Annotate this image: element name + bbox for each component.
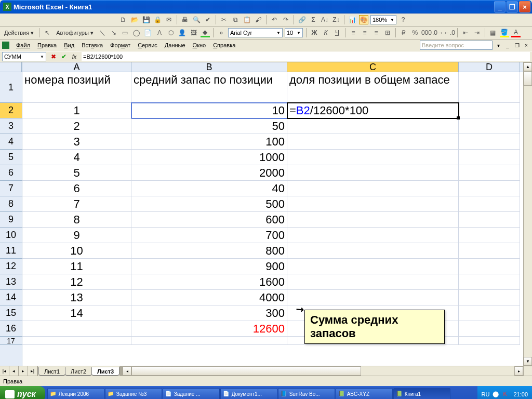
cell[interactable]: [459, 337, 520, 345]
cell[interactable]: 2000: [131, 165, 287, 181]
merge-icon[interactable]: ⊞: [383, 28, 392, 37]
chart-icon[interactable]: 📊: [348, 15, 357, 24]
cell[interactable]: 50: [131, 118, 287, 134]
wordart-icon[interactable]: A: [155, 28, 164, 37]
doc-close-button[interactable]: ×: [523, 42, 530, 49]
inc-decimal-icon[interactable]: .0→: [433, 28, 443, 37]
permission-icon[interactable]: 🔒: [153, 15, 162, 24]
cell[interactable]: 8: [22, 212, 131, 228]
font-combo[interactable]: Arial Cyr▼: [228, 28, 283, 37]
menu-format[interactable]: Формат: [107, 41, 134, 50]
cell[interactable]: 10: [131, 103, 287, 118]
maximize-button[interactable]: ❐: [507, 1, 518, 12]
taskbar-item[interactable]: 📄Документ1...: [220, 388, 277, 399]
diagram-icon[interactable]: ⬡: [166, 28, 176, 37]
start-button[interactable]: пуск: [0, 386, 45, 399]
taskbar-item[interactable]: 📁Лекции 2006: [47, 388, 104, 399]
clock[interactable]: 21:00: [513, 391, 528, 397]
row-header[interactable]: 6: [0, 165, 22, 181]
cell[interactable]: 1: [22, 103, 131, 118]
rect-icon[interactable]: ▭: [121, 28, 130, 37]
cell[interactable]: [287, 212, 459, 228]
cell[interactable]: 2: [22, 118, 131, 134]
cell[interactable]: 800: [131, 243, 287, 259]
picture-icon[interactable]: 🖼: [189, 28, 198, 37]
cell[interactable]: 500: [131, 196, 287, 212]
fontcolor-icon[interactable]: A: [511, 28, 521, 37]
question-box[interactable]: Введите вопрос: [420, 41, 493, 50]
menu-view[interactable]: Вид: [60, 41, 78, 50]
print-icon[interactable]: 🖶: [180, 15, 190, 24]
autoshapes-menu[interactable]: Автофигуры ▾: [54, 29, 96, 37]
new-icon[interactable]: 🗋: [118, 15, 128, 24]
row-header[interactable]: 8: [0, 196, 22, 212]
zoom-combo[interactable]: 180%▼: [370, 15, 396, 24]
row-header[interactable]: 4: [0, 134, 22, 150]
close-button[interactable]: ×: [519, 1, 530, 12]
cell[interactable]: 4: [22, 150, 131, 165]
cell[interactable]: [287, 259, 459, 274]
row-header[interactable]: 13: [0, 274, 22, 290]
bold-icon[interactable]: Ж: [310, 28, 319, 37]
cell[interactable]: 5: [22, 165, 131, 181]
clipart-icon[interactable]: 👤: [178, 28, 187, 37]
row-header[interactable]: 9: [0, 212, 22, 228]
line-icon[interactable]: ＼: [98, 28, 107, 37]
cell[interactable]: 4000: [131, 290, 287, 305]
vertical-scrollbar[interactable]: ▲ ▼: [523, 62, 532, 366]
cell[interactable]: [287, 165, 459, 181]
scroll-right-button[interactable]: ▸: [514, 366, 523, 376]
dec-decimal-icon[interactable]: ←.0: [445, 28, 454, 37]
help-icon[interactable]: ?: [398, 15, 408, 24]
doc-maximize-button[interactable]: ❐: [513, 42, 521, 49]
cell[interactable]: [287, 181, 459, 196]
taskbar-item[interactable]: 📗Книга1: [393, 388, 450, 399]
menu-data[interactable]: Данные: [161, 41, 189, 50]
row-header[interactable]: 11: [0, 243, 22, 259]
cell[interactable]: [287, 228, 459, 243]
cell[interactable]: 700: [131, 228, 287, 243]
row-header[interactable]: 16: [0, 321, 22, 337]
open-icon[interactable]: 📂: [130, 15, 139, 24]
cell[interactable]: [287, 290, 459, 305]
cell[interactable]: [459, 290, 520, 305]
cell[interactable]: [287, 118, 459, 134]
cell[interactable]: 10: [22, 243, 131, 259]
sort-desc-icon[interactable]: Z↓: [331, 15, 341, 24]
cell[interactable]: [459, 72, 520, 103]
minimize-button[interactable]: _: [494, 1, 506, 12]
cell[interactable]: 100: [131, 134, 287, 150]
horizontal-scrollbar[interactable]: ◂ ▸: [123, 366, 523, 376]
textbox-icon[interactable]: 📄: [143, 28, 153, 37]
scroll-thumb[interactable]: [131, 366, 361, 376]
dec-indent-icon[interactable]: ⇤: [461, 28, 470, 37]
select-icon[interactable]: ↖: [43, 28, 52, 37]
cell[interactable]: средний запас по позиции: [131, 72, 287, 103]
cell[interactable]: [459, 165, 520, 181]
cell[interactable]: 1600: [131, 274, 287, 290]
cell[interactable]: [459, 196, 520, 212]
cell[interactable]: [287, 150, 459, 165]
cell[interactable]: [287, 134, 459, 150]
col-header[interactable]: C: [287, 62, 459, 72]
tab-last-button[interactable]: ▸|: [28, 366, 37, 376]
cell[interactable]: [287, 274, 459, 290]
doc-minimize-button[interactable]: ▾: [495, 42, 502, 49]
row-header[interactable]: 17: [0, 337, 22, 345]
menu-help[interactable]: Справка: [209, 41, 239, 50]
cell[interactable]: [22, 337, 131, 345]
fillcolor-icon[interactable]: 🪣: [500, 28, 509, 37]
currency-icon[interactable]: ₽: [399, 28, 408, 37]
actions-menu[interactable]: Действия ▾: [2, 29, 36, 37]
row-header[interactable]: 1: [0, 72, 22, 103]
doc-restore-button[interactable]: _: [504, 42, 511, 49]
fill-color-icon[interactable]: ◆: [201, 28, 210, 37]
row-header[interactable]: 10: [0, 228, 22, 243]
taskbar-item[interactable]: 📁Задание №3: [105, 388, 162, 399]
sort-asc-icon[interactable]: A↓: [320, 15, 329, 24]
email-icon[interactable]: ✉: [164, 15, 174, 24]
sheet-tab[interactable]: Лист3: [91, 367, 119, 376]
align-right-icon[interactable]: ≡: [371, 28, 381, 37]
cell[interactable]: [459, 243, 520, 259]
menu-window[interactable]: Окно: [189, 41, 210, 50]
